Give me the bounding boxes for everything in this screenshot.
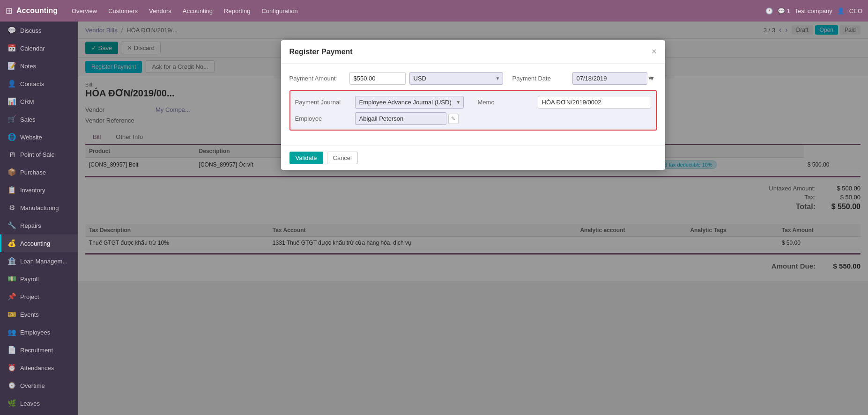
highlighted-journal-section: Payment Journal Employee Advance Journal… bbox=[289, 90, 657, 131]
sidebar-item-leaves[interactable]: 🌿 Leaves bbox=[0, 394, 78, 412]
chat-icon[interactable]: 💬 1 bbox=[778, 7, 790, 15]
sidebar-item-discuss[interactable]: 💬 Discuss bbox=[0, 22, 78, 39]
payment-amount-input[interactable] bbox=[349, 72, 406, 85]
crm-icon: 📊 bbox=[7, 97, 16, 106]
cancel-button[interactable]: Cancel bbox=[327, 152, 358, 164]
accounting-icon: 💰 bbox=[7, 239, 16, 248]
sidebar-item-accounting[interactable]: 💰 Accounting bbox=[0, 234, 78, 252]
sidebar-label-discuss: Discuss bbox=[20, 27, 42, 34]
nav-customers[interactable]: Customers bbox=[104, 5, 142, 17]
employee-edit-button[interactable]: ✎ bbox=[448, 114, 459, 124]
website-icon: 🌐 bbox=[7, 133, 16, 141]
sidebar-label-notes: Notes bbox=[20, 63, 36, 70]
memo-input[interactable] bbox=[538, 96, 651, 109]
sidebar-label-pos: Point of Sale bbox=[20, 151, 55, 158]
sidebar-label-inventory: Inventory bbox=[20, 187, 45, 194]
employee-input[interactable] bbox=[355, 112, 446, 125]
sidebar-label-calendar: Calendar bbox=[20, 45, 45, 52]
employee-row: Employee ✎ bbox=[295, 112, 651, 125]
modal-header: Register Payment × bbox=[281, 40, 665, 64]
sidebar-item-project[interactable]: 📌 Project bbox=[0, 288, 78, 306]
sales-icon: 🛒 bbox=[7, 115, 16, 124]
sidebar-item-payroll[interactable]: 💵 Payroll bbox=[0, 270, 78, 288]
sidebar-label-purchase: Purchase bbox=[20, 169, 46, 176]
modal-body: Payment Amount USD EUR Payment Date bbox=[281, 64, 665, 146]
memo-label: Memo bbox=[478, 99, 534, 106]
employee-group: Employee ✎ bbox=[295, 112, 651, 125]
sidebar-item-contacts[interactable]: 👤 Contacts bbox=[0, 75, 78, 93]
register-payment-modal: Register Payment × Payment Amount USD EU bbox=[281, 40, 665, 170]
sidebar-label-leaves: Leaves bbox=[20, 400, 40, 407]
company-selector[interactable]: Test company bbox=[795, 7, 832, 15]
sidebar-item-overtime[interactable]: ⌚ Overtime bbox=[0, 377, 78, 394]
payment-journal-select[interactable]: Employee Advance Journal (USD) bbox=[355, 96, 464, 109]
sidebar-item-purchase[interactable]: 📦 Purchase bbox=[0, 163, 78, 181]
grid-icon[interactable]: ⊞ bbox=[6, 6, 13, 16]
clock-icon[interactable]: 🕐 bbox=[765, 7, 773, 15]
pos-icon: 🖥 bbox=[7, 151, 16, 159]
payment-date-input[interactable] bbox=[572, 72, 647, 85]
sidebar: 💬 Discuss 📅 Calendar 📝 Notes 👤 Contacts … bbox=[0, 22, 78, 415]
payment-date-wrapper: ▼ bbox=[572, 72, 655, 85]
modal-footer: Validate Cancel bbox=[281, 146, 665, 170]
payment-journal-select-wrapper: Employee Advance Journal (USD) bbox=[355, 96, 464, 109]
sidebar-label-loan: Loan Managem... bbox=[20, 258, 67, 265]
content-area: Vendor Bills / HÓA ĐƠN/2019/... 3 / 3 ‹ … bbox=[78, 22, 868, 415]
top-nav: Overview Customers Vendors Accounting Re… bbox=[67, 5, 762, 17]
sidebar-label-crm: CRM bbox=[20, 98, 34, 105]
payment-journal-label: Payment Journal bbox=[295, 99, 351, 106]
sidebar-item-manufacturing[interactable]: ⚙ Manufacturing bbox=[0, 199, 78, 217]
sidebar-label-overtime: Overtime bbox=[20, 382, 45, 389]
modal-close-button[interactable]: × bbox=[652, 47, 657, 57]
payroll-icon: 💵 bbox=[7, 275, 16, 283]
discuss-icon: 💬 bbox=[7, 26, 16, 35]
user-avatar[interactable]: 👤 bbox=[837, 7, 845, 15]
app-name: Accounting bbox=[16, 7, 58, 15]
sidebar-label-repairs: Repairs bbox=[20, 222, 41, 229]
sidebar-item-inventory[interactable]: 📋 Inventory bbox=[0, 181, 78, 199]
project-icon: 📌 bbox=[7, 292, 16, 301]
sidebar-item-employees[interactable]: 👥 Employees bbox=[0, 323, 78, 341]
sidebar-item-events[interactable]: 🎫 Events bbox=[0, 306, 78, 323]
notes-icon: 📝 bbox=[7, 62, 16, 70]
manufacturing-icon: ⚙ bbox=[7, 204, 16, 212]
payment-journal-row: Payment Journal Employee Advance Journal… bbox=[295, 96, 651, 109]
top-bar: ⊞ Accounting Overview Customers Vendors … bbox=[0, 0, 868, 22]
nav-vendors[interactable]: Vendors bbox=[144, 5, 176, 17]
sidebar-label-employees: Employees bbox=[20, 329, 50, 336]
main-layout: 💬 Discuss 📅 Calendar 📝 Notes 👤 Contacts … bbox=[0, 22, 868, 415]
sidebar-item-sales[interactable]: 🛒 Sales bbox=[0, 110, 78, 128]
attendances-icon: ⏰ bbox=[7, 364, 16, 372]
modal-overlay: Register Payment × Payment Amount USD EU bbox=[78, 22, 868, 415]
nav-configuration[interactable]: Configuration bbox=[257, 5, 302, 17]
employee-label: Employee bbox=[295, 115, 351, 122]
sidebar-item-point-of-sale[interactable]: 🖥 Point of Sale bbox=[0, 146, 78, 163]
user-name: CEO bbox=[849, 7, 862, 15]
modal-title: Register Payment bbox=[289, 48, 353, 56]
sidebar-item-recruitment[interactable]: 📄 Recruitment bbox=[0, 341, 78, 359]
validate-button[interactable]: Validate bbox=[289, 152, 323, 164]
repairs-icon: 🔧 bbox=[7, 221, 16, 230]
sidebar-item-crm[interactable]: 📊 CRM bbox=[0, 93, 78, 110]
currency-select[interactable]: USD EUR bbox=[409, 72, 503, 85]
sidebar-label-website: Website bbox=[20, 134, 42, 141]
sidebar-label-contacts: Contacts bbox=[20, 80, 44, 87]
sidebar-item-website[interactable]: 🌐 Website bbox=[0, 128, 78, 146]
calendar-icon: 📅 bbox=[7, 44, 16, 52]
payment-date-group: Payment Date ▼ bbox=[512, 72, 657, 85]
payment-amount-row: Payment Amount USD EUR Payment Date bbox=[289, 72, 657, 85]
sidebar-item-repairs[interactable]: 🔧 Repairs bbox=[0, 217, 78, 234]
sidebar-item-notes[interactable]: 📝 Notes bbox=[0, 57, 78, 75]
nav-accounting[interactable]: Accounting bbox=[178, 5, 217, 17]
nav-reporting[interactable]: Reporting bbox=[219, 5, 255, 17]
employees-icon: 👥 bbox=[7, 328, 16, 336]
date-picker-icon[interactable]: ▼ bbox=[649, 75, 655, 82]
nav-overview[interactable]: Overview bbox=[67, 5, 102, 17]
sidebar-item-loan[interactable]: 🏦 Loan Managem... bbox=[0, 252, 78, 270]
sidebar-label-sales: Sales bbox=[20, 116, 36, 123]
sidebar-item-calendar[interactable]: 📅 Calendar bbox=[0, 39, 78, 57]
sidebar-label-accounting: Accounting bbox=[20, 240, 50, 247]
payment-date-label: Payment Date bbox=[512, 75, 569, 82]
sidebar-item-attendances[interactable]: ⏰ Attendances bbox=[0, 359, 78, 377]
sidebar-label-payroll: Payroll bbox=[20, 276, 39, 283]
